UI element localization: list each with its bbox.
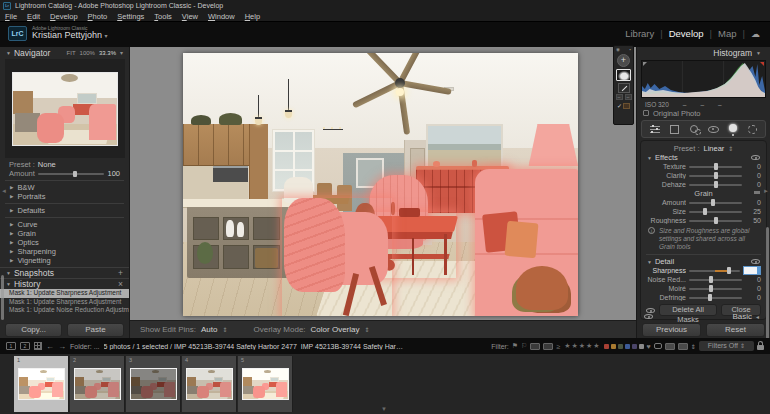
overlay-mode-select[interactable]: Color Overlay (311, 325, 360, 334)
confirm-icon[interactable]: ✓ (617, 102, 622, 109)
menu-edit[interactable]: Edit (27, 12, 40, 21)
preset-group-vignetting[interactable]: ▶Vignetting (0, 256, 129, 265)
effects-slider[interactable] (689, 175, 742, 177)
color-label-chip-1[interactable] (611, 344, 616, 349)
filmstrip-thumb-2[interactable]: 2 (70, 356, 125, 412)
folder-label[interactable]: Folder: ... (70, 343, 100, 350)
mask-overlay-eye-icon[interactable]: ◉ (616, 47, 620, 52)
brush-component-thumbnail[interactable] (618, 83, 630, 93)
effects-section-header[interactable]: ▼ Effects (641, 153, 766, 162)
tool-crop-icon[interactable] (668, 123, 680, 135)
filter-toggle-1[interactable] (665, 343, 675, 350)
comment-icon[interactable] (654, 343, 662, 349)
amount-slider[interactable] (38, 173, 105, 175)
mask-overlay-front-chair[interactable] (282, 198, 393, 316)
navigator-header[interactable]: ▼ Navigator FIT 100% 33.3% ▾ (0, 47, 129, 58)
sharpness-value-input[interactable] (743, 266, 761, 275)
menu-help[interactable]: Help (245, 12, 260, 21)
tool-redeye-icon[interactable] (707, 123, 719, 135)
monitor-1-icon[interactable]: 1 (6, 342, 16, 350)
edit-filter2-icon[interactable] (543, 343, 553, 350)
preset-group-curve[interactable]: ▶Curve (0, 220, 129, 229)
detail-slider[interactable] (689, 297, 742, 299)
color-label-chip-0[interactable] (604, 344, 609, 349)
shadow-clipping-icon[interactable] (643, 62, 647, 66)
detail-eye-icon[interactable] (751, 259, 760, 264)
highlight-clipping-icon[interactable] (760, 62, 764, 66)
grain-slider[interactable] (689, 211, 742, 213)
previous-button[interactable]: Previous (642, 323, 701, 337)
preset-group-portraits[interactable]: ▶Portraits (0, 192, 129, 201)
histogram-header[interactable]: Histogram ▼ (637, 47, 770, 58)
paste-button[interactable]: Paste (67, 323, 124, 337)
filmstrip-thumb-3[interactable]: 3 (126, 356, 181, 412)
detail-section-header[interactable]: ▼ Detail (641, 257, 766, 266)
filmstrip-collapse-arrow[interactable]: ▼ (381, 406, 387, 412)
color-label-chip-4[interactable] (632, 344, 637, 349)
preset-group-sharpening[interactable]: ▶Sharpening (0, 247, 129, 256)
grid-view-icon[interactable] (34, 342, 42, 350)
navigator-zoom-levels[interactable]: FIT 100% 33.3% ▾ (67, 49, 123, 56)
star-rating-filter[interactable]: ≥ (556, 343, 561, 350)
identity-plate[interactable]: LrC Adobe Lightroom Classic Kristian Pet… (8, 25, 108, 41)
add-button[interactable]: ‒ (625, 94, 632, 100)
color-label-chip-3[interactable] (625, 344, 630, 349)
show-edit-pins-select[interactable]: Auto (201, 325, 217, 334)
detail-slider[interactable] (689, 279, 742, 281)
preset-group-bw[interactable]: ▶B&W (0, 183, 129, 192)
detail-slider[interactable] (689, 288, 742, 290)
forward-arrow-icon[interactable]: → (58, 342, 66, 351)
subtract-button[interactable]: ‒ (616, 94, 623, 100)
effects-slider[interactable] (689, 184, 742, 186)
cloud-sync-icon[interactable]: ☁ (751, 29, 760, 39)
effects-eye-icon[interactable] (751, 155, 760, 160)
sharpness-slider[interactable] (689, 270, 740, 272)
edit-filter-icon[interactable] (530, 343, 540, 350)
history-item[interactable]: Mask 1: Update Sharpness Adjustment (0, 298, 129, 307)
tool-heal-icon[interactable] (688, 123, 700, 135)
back-arrow-icon[interactable]: ← (46, 342, 54, 351)
grain-slider[interactable] (689, 220, 742, 222)
add-snapshot-button[interactable]: + (118, 268, 123, 278)
right-panel-collapse-arrow[interactable]: ► (763, 188, 769, 194)
preset-group-optics[interactable]: ▶Optics (0, 238, 129, 247)
filmstrip-thumb-5[interactable]: 5 (238, 356, 293, 412)
overlay-swatch-icon[interactable] (623, 103, 630, 109)
filters-off-dropdown[interactable]: Filters Off ⇕ (699, 341, 754, 351)
sort-direction-icon[interactable]: ⇕ (691, 343, 696, 350)
collapse-icon[interactable]: ▪ (629, 47, 631, 52)
filmstrip-thumb-1[interactable]: 1 (14, 356, 69, 412)
menu-settings[interactable]: Settings (117, 12, 144, 21)
mask-1-thumbnail[interactable] (616, 69, 631, 81)
star-icons[interactable]: ★★★★★ (564, 342, 600, 350)
reject-flag-icon[interactable]: ⚐ (521, 342, 527, 350)
tool-masking-icon[interactable] (727, 123, 739, 135)
snapshots-header[interactable]: ▼ Snapshots + (0, 267, 129, 278)
photo-canvas[interactable] (183, 53, 578, 316)
filter-toggle-2[interactable] (678, 343, 688, 350)
original-photo-row[interactable]: Original Photo (637, 108, 770, 118)
history-item[interactable]: Mask 1: Update Sharpness Adjustment (0, 289, 129, 298)
filmstrip-thumb-4[interactable]: 4 (182, 356, 237, 412)
basic-panel-row[interactable]: Basic ◄ (637, 311, 770, 322)
monitor-2-icon[interactable]: 2 (20, 342, 30, 350)
pick-flag-icon[interactable]: ⚑ (512, 342, 518, 350)
grain-slider[interactable] (689, 202, 742, 204)
menu-view[interactable]: View (182, 12, 198, 21)
left-panel-scrollbar[interactable] (1, 275, 4, 320)
reset-button[interactable]: Reset (706, 323, 765, 337)
history-item[interactable]: Mask 1: Update Noise Reduction Adjustmen… (0, 306, 129, 315)
module-tab-library[interactable]: Library (625, 28, 654, 39)
preset-group-grain[interactable]: ▶Grain (0, 229, 129, 238)
navigator-preview[interactable] (5, 59, 125, 158)
module-tab-develop[interactable]: Develop (669, 28, 704, 39)
color-label-chip-2[interactable] (618, 344, 623, 349)
tool-edit-icon[interactable] (649, 123, 661, 135)
histogram[interactable] (641, 60, 766, 98)
mask-preset-row[interactable]: Preset : Linear ⇕ (641, 143, 766, 153)
menu-photo[interactable]: Photo (88, 12, 108, 21)
menu-tools[interactable]: Tools (154, 12, 172, 21)
menu-file[interactable]: File (5, 12, 17, 21)
preset-value[interactable]: None (38, 160, 56, 169)
filter-lock-icon[interactable] (757, 345, 764, 350)
